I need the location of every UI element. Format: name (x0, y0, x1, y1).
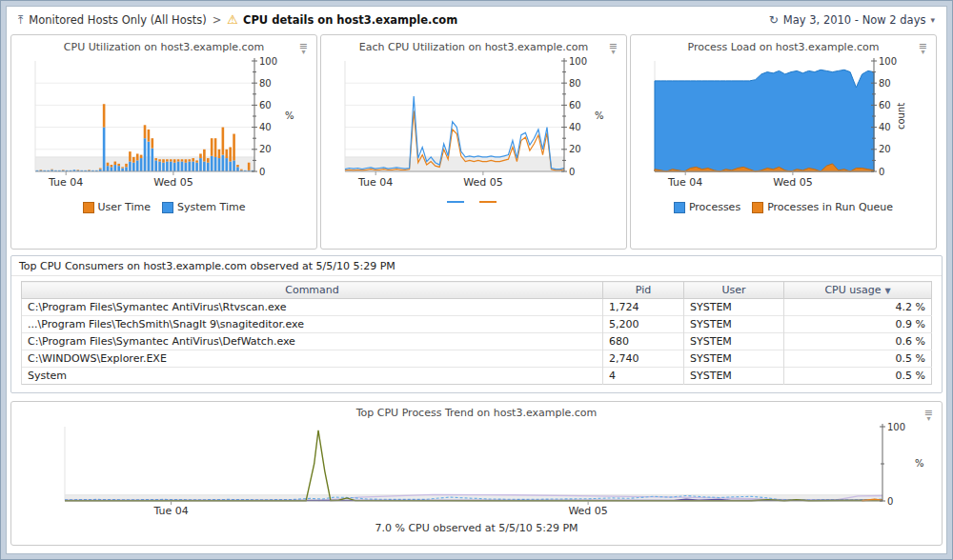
panel-top-cpu-process-trend: Top CPU Process Trend on host3.example.c… (10, 401, 943, 546)
svg-text:0: 0 (569, 167, 575, 177)
svg-text:100: 100 (259, 56, 277, 67)
cell-cpu: 0.9 % (784, 316, 932, 333)
chart-legend (321, 201, 626, 203)
cell-user: SYSTEM (684, 299, 784, 316)
svg-text:80: 80 (259, 78, 272, 89)
go-up-icon[interactable]: ⤒ (18, 13, 23, 27)
svg-text:Wed 05: Wed 05 (568, 505, 607, 517)
cell-cpu: 4.2 % (784, 299, 932, 316)
cpu-utilization-chart[interactable]: 020406080100%Tue 04Wed 05 (14, 55, 314, 200)
breadcrumb-separator: > (213, 13, 222, 27)
legend-label: Processes (689, 201, 740, 213)
table-row[interactable]: C:\Program Files\Symantec AntiVirus\DefW… (22, 333, 932, 350)
cell-user: SYSTEM (684, 316, 784, 333)
chart-title: Top CPU Process Trend on host3.example.c… (356, 407, 598, 419)
legend-item: Processes in Run Queue (752, 201, 893, 213)
svg-text:100: 100 (569, 56, 587, 67)
table-row[interactable]: C:\Program Files\Symantec AntiVirus\Rtvs… (22, 299, 932, 316)
cell-user: SYSTEM (684, 368, 784, 385)
legend-item (447, 201, 468, 203)
top-cpu-process-trend-chart[interactable]: 0100%Tue 04Wed 05 (17, 421, 936, 522)
time-range-selector[interactable]: ↻ May 3, 2010 - Now 2 days ▾ (769, 13, 935, 27)
clock-icon: ↻ (769, 13, 779, 27)
chevron-down-icon: ▾ (930, 15, 935, 25)
cell-pid: 4 (603, 368, 684, 385)
legend-item (479, 201, 500, 203)
column-header-command[interactable]: Command (22, 282, 603, 299)
svg-text:Tue 04: Tue 04 (48, 176, 83, 189)
table-title: Top CPU Consumers on host3.example.com o… (11, 256, 942, 276)
each-cpu-utilization-chart[interactable]: 020406080100%Tue 04Wed 05 (324, 55, 623, 200)
legend-swatch (479, 201, 497, 203)
process-load-chart[interactable]: 020406080100countTue 04Wed 05 (634, 55, 933, 200)
top-cpu-consumers-section: Top CPU Consumers on host3.example.com o… (10, 255, 943, 393)
time-range-label: May 3, 2010 - Now 2 days (783, 13, 926, 27)
cell-user: SYSTEM (684, 350, 784, 368)
legend-swatch (674, 202, 685, 213)
chart-menu-icon[interactable]: ≡▾ (919, 44, 927, 55)
svg-text:20: 20 (569, 144, 581, 154)
cell-command: ...\Program Files\TechSmith\SnagIt 9\sna… (22, 316, 603, 333)
svg-text:40: 40 (879, 122, 891, 132)
cell-pid: 1,724 (603, 299, 684, 316)
breadcrumb-link-monitored-hosts[interactable]: Monitored Hosts Only (All Hosts) (29, 13, 206, 27)
column-header-user[interactable]: User (684, 282, 784, 299)
svg-text:Wed 05: Wed 05 (463, 176, 502, 189)
column-header-pid[interactable]: Pid (603, 282, 684, 299)
cell-pid: 2,740 (603, 350, 684, 368)
column-header-cpu-usage[interactable]: CPU usage▼ (784, 282, 932, 299)
chart-legend: ProcessesProcesses in Run Queue (631, 201, 936, 213)
chart-title: Process Load on host3.example.com (688, 41, 880, 53)
svg-text:60: 60 (569, 100, 581, 110)
cell-pid: 680 (603, 333, 684, 350)
svg-text:%: % (285, 110, 294, 121)
table-row[interactable]: System4SYSTEM0.5 % (22, 368, 932, 385)
legend-swatch (752, 202, 763, 213)
legend-swatch (162, 202, 173, 213)
table-wrap: CommandPidUserCPU usage▼C:\Program Files… (21, 281, 932, 385)
svg-text:20: 20 (879, 144, 891, 154)
chart-caption: 7.0 % CPU observed at 5/5/10 5:29 PM (11, 522, 942, 534)
chart-menu-icon[interactable]: ≡▾ (299, 44, 308, 55)
cell-cpu: 0.5 % (784, 368, 932, 385)
svg-text:Tue 04: Tue 04 (152, 505, 188, 517)
panel-process-load: Process Load on host3.example.com ≡▾ 020… (630, 34, 937, 250)
series-olive (65, 430, 882, 501)
chart-legend: User TimeSystem Time (11, 201, 316, 213)
svg-text:Wed 05: Wed 05 (153, 176, 193, 189)
breadcrumb: ⤒ Monitored Hosts Only (All Hosts) > ⚠ C… (18, 12, 457, 27)
svg-text:60: 60 (879, 100, 891, 110)
chart-menu-icon[interactable]: ≡▾ (609, 44, 618, 55)
svg-text:Tue 04: Tue 04 (667, 176, 702, 189)
svg-text:0: 0 (887, 496, 893, 507)
cell-pid: 5,200 (603, 316, 684, 333)
svg-text:100: 100 (887, 422, 905, 432)
panel-cpu-utilization: CPU Utilization on host3.example.com ≡▾ … (10, 34, 317, 250)
table-row[interactable]: ...\Program Files\TechSmith\SnagIt 9\sna… (22, 316, 932, 333)
cell-command: C:\Program Files\Symantec AntiVirus\DefW… (22, 333, 603, 350)
legend-swatch (83, 202, 94, 213)
svg-text:80: 80 (569, 78, 581, 89)
legend-label: Processes in Run Queue (767, 201, 893, 213)
sort-desc-icon: ▼ (884, 287, 890, 295)
legend-item: Processes (674, 201, 740, 213)
panel-each-cpu-utilization: Each CPU Utilization on host3.example.co… (320, 34, 627, 250)
legend-label: User Time (98, 201, 152, 213)
chart-title: Each CPU Utilization on host3.example.co… (359, 41, 588, 53)
svg-text:%: % (915, 458, 924, 469)
svg-text:Tue 04: Tue 04 (357, 176, 393, 189)
cell-cpu: 0.5 % (784, 350, 932, 368)
svg-text:Wed 05: Wed 05 (773, 176, 812, 189)
breadcrumb-current: CPU details on host3.example.com (243, 13, 457, 27)
chart-title: CPU Utilization on host3.example.com (64, 41, 264, 53)
chart-menu-icon[interactable]: ≡▾ (924, 410, 933, 422)
table-row[interactable]: C:\WINDOWS\Explorer.EXE2,740SYSTEM0.5 % (22, 350, 932, 368)
cell-command: C:\Program Files\Symantec AntiVirus\Rtvs… (22, 299, 603, 316)
area-Processes (655, 70, 874, 171)
svg-text:40: 40 (259, 122, 272, 132)
legend-item: System Time (162, 201, 245, 213)
svg-text:100: 100 (879, 56, 897, 67)
charts-row: CPU Utilization on host3.example.com ≡▾ … (7, 32, 946, 250)
svg-text:0: 0 (259, 167, 265, 177)
svg-text:40: 40 (569, 122, 581, 132)
